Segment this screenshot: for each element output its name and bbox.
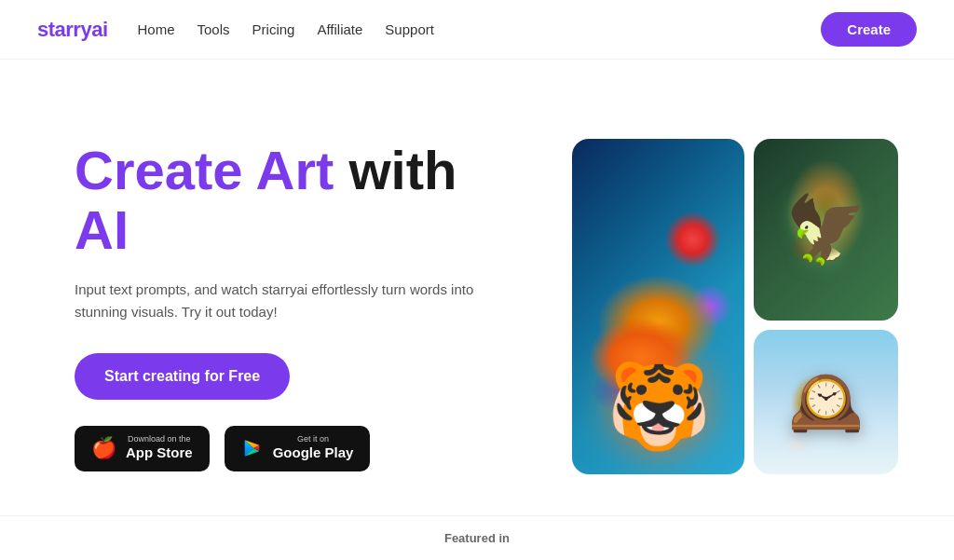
featured-bar: Featured in bbox=[0, 515, 954, 560]
nav-link-affiliate[interactable]: Affiliate bbox=[317, 21, 362, 37]
hero-section: Create Art with AI Input text prompts, a… bbox=[0, 60, 954, 515]
hero-title: Create Art with AI bbox=[75, 141, 503, 260]
google-play-top-text: Get it on bbox=[273, 435, 354, 444]
title-ai: AI bbox=[75, 199, 129, 260]
hero-description: Input text prompts, and watch starryai e… bbox=[75, 279, 503, 323]
logo-text: starryai bbox=[37, 18, 108, 41]
featured-label: Featured in bbox=[444, 531, 510, 545]
title-create: Create bbox=[75, 140, 243, 200]
hero-content: Create Art with AI Input text prompts, a… bbox=[75, 141, 503, 471]
ai-image-tiger bbox=[572, 139, 744, 474]
app-store-button[interactable]: 🍎 Download on the App Store bbox=[75, 426, 210, 471]
nav-link-pricing[interactable]: Pricing bbox=[252, 21, 295, 37]
nav-left: starryai Home Tools Pricing Affiliate Su… bbox=[37, 18, 434, 42]
title-art: Art bbox=[256, 140, 334, 200]
ai-image-clock bbox=[754, 330, 898, 474]
create-button[interactable]: Create bbox=[821, 12, 917, 47]
hero-images bbox=[572, 139, 898, 474]
logo[interactable]: starryai bbox=[37, 18, 108, 42]
nav-link-support[interactable]: Support bbox=[385, 21, 434, 37]
store-buttons: 🍎 Download on the App Store bbox=[75, 426, 503, 471]
app-store-text: Download on the App Store bbox=[126, 435, 193, 462]
navbar: starryai Home Tools Pricing Affiliate Su… bbox=[0, 0, 954, 60]
nav-link-tools[interactable]: Tools bbox=[198, 21, 230, 37]
start-creating-button[interactable]: Start creating for Free bbox=[75, 353, 290, 400]
nav-links: Home Tools Pricing Affiliate Support bbox=[138, 21, 434, 37]
google-play-button[interactable]: Get it on Google Play bbox=[225, 426, 371, 471]
nav-link-home[interactable]: Home bbox=[138, 21, 175, 37]
google-play-text: Get it on Google Play bbox=[273, 435, 354, 462]
app-store-top-text: Download on the bbox=[126, 435, 193, 444]
google-play-icon bbox=[241, 437, 264, 459]
ai-image-owl bbox=[754, 139, 898, 321]
apple-icon: 🍎 bbox=[91, 436, 116, 460]
title-with: with bbox=[348, 140, 457, 200]
app-store-main-text: App Store bbox=[126, 444, 193, 462]
google-play-main-text: Google Play bbox=[273, 444, 354, 462]
